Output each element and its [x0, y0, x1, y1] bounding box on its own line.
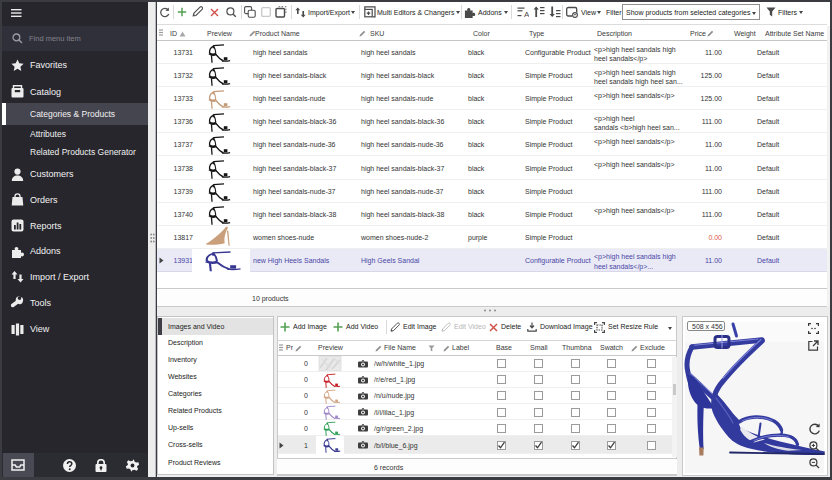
svg-text:A: A [524, 10, 529, 18]
